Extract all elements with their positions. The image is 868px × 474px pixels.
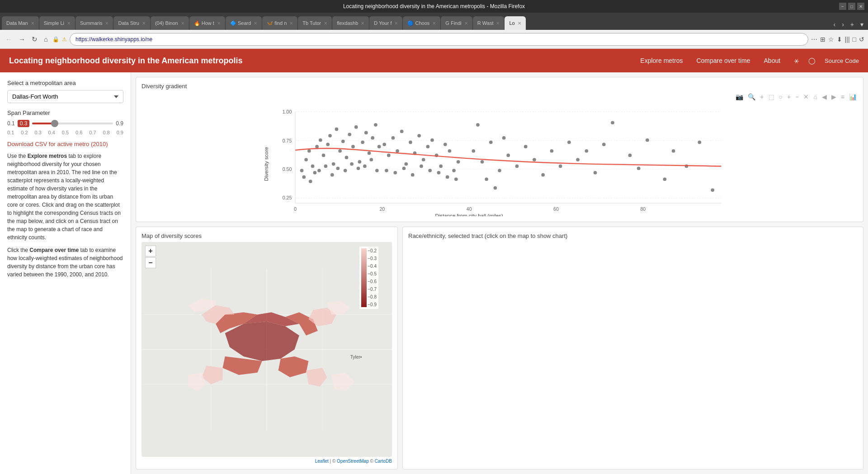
tab-close-icon[interactable]: ✕	[361, 21, 364, 26]
map-zoom-out-button[interactable]: −	[145, 257, 156, 268]
tab-search[interactable]: 🔷 Seard✕	[226, 16, 262, 30]
chart-add-button[interactable]: +	[759, 92, 764, 101]
chart-toggle-button[interactable]: ≡	[840, 92, 845, 101]
svg-point-56	[396, 149, 399, 153]
tab-forward-button[interactable]: ›	[839, 19, 847, 30]
tab-binon[interactable]: (04) Binon✕	[151, 16, 189, 30]
chart-zoom-out-button[interactable]: −	[794, 92, 800, 101]
tab-label: R Wast	[477, 20, 494, 26]
chart-type-button[interactable]: 📊	[848, 92, 858, 101]
tab-data-man[interactable]: Data Man✕	[2, 16, 39, 30]
tab-choose[interactable]: 🔵 Choos✕	[403, 16, 440, 30]
tab-close-icon[interactable]: ✕	[254, 21, 257, 26]
tab-waste[interactable]: R Wast✕	[473, 16, 505, 30]
map-zoom-in-button[interactable]: +	[145, 246, 156, 256]
tab-close-icon[interactable]: ✕	[289, 21, 293, 26]
chart-camera-button[interactable]: 📷	[735, 92, 744, 101]
tab-close-icon[interactable]: ✕	[142, 21, 146, 26]
bookmark-icon[interactable]: ☆	[828, 36, 834, 43]
tab-back-button[interactable]: ‹	[830, 19, 838, 30]
leaflet-link[interactable]: Leaflet	[315, 459, 329, 464]
chart-select-button[interactable]: ⬚	[768, 92, 775, 101]
svg-point-64	[430, 138, 434, 142]
svg-point-101	[628, 154, 632, 157]
slider-container[interactable]	[32, 119, 113, 128]
tab-close-icon[interactable]: ✕	[432, 21, 436, 26]
chart-lasso-button[interactable]: ○	[778, 92, 783, 101]
tab-close-icon[interactable]: ✕	[31, 21, 34, 26]
new-tab-button[interactable]: +	[848, 19, 857, 30]
metro-select[interactable]: Dallas-Fort Worth New York Los Angeles C…	[7, 90, 123, 103]
chart-home-button[interactable]: ⌂	[812, 92, 818, 101]
tab-close-icon[interactable]: ✕	[324, 21, 327, 26]
tab-close-icon[interactable]: ✕	[464, 21, 468, 26]
tab-flexdash[interactable]: flexdashb✕	[332, 16, 369, 30]
svg-point-16	[300, 169, 304, 172]
home-button[interactable]: ⌂	[42, 34, 50, 44]
tab-how[interactable]: 🔥 How t✕	[189, 16, 225, 30]
library-icon[interactable]: |||	[845, 36, 850, 43]
download-icon[interactable]: ⬇	[837, 36, 842, 43]
tab-close-icon[interactable]: ✕	[181, 21, 184, 26]
attribution-separator: | ©	[330, 459, 337, 464]
nav-explore[interactable]: Explore metros	[640, 57, 683, 64]
tab-close-icon[interactable]: ✕	[67, 21, 71, 26]
tab-data-stru[interactable]: Data Stru✕	[113, 16, 150, 30]
source-code-link[interactable]: Source Code	[825, 57, 859, 64]
nav-compare[interactable]: Compare over time	[696, 57, 750, 64]
address-input[interactable]	[70, 33, 808, 46]
translate-icon[interactable]: ↺	[859, 36, 864, 43]
tab-close-icon[interactable]: ✕	[217, 21, 221, 26]
carto-link[interactable]: CartoDB	[375, 459, 392, 464]
span-param-label: Span Parameter	[7, 109, 123, 116]
sidebar-description-2: Click the Compare over time tab to exami…	[7, 246, 123, 279]
tab-summaris[interactable]: Summaris✕	[75, 16, 113, 30]
maximize-button[interactable]: □	[848, 3, 855, 10]
map-container[interactable]: + −	[142, 242, 392, 457]
svg-point-76	[428, 169, 432, 172]
tab-simple-li[interactable]: Simple Li✕	[39, 16, 75, 30]
osm-link[interactable]: OpenStreetMap	[337, 459, 369, 464]
tab-finding[interactable]: G Findi✕	[441, 16, 472, 30]
svg-point-85	[515, 165, 519, 168]
content-area: Diversity gradient 📷 🔍 + ⬚ ○ + − ✕ ⌂ ◀ ▶…	[131, 72, 868, 474]
svg-point-68	[448, 149, 452, 153]
screenshot-icon[interactable]: □	[853, 36, 856, 43]
legend-val-2: −0.3	[368, 256, 377, 261]
bottom-panels: Map of diversity scores + −	[136, 227, 863, 469]
slider-thumb[interactable]	[51, 120, 58, 127]
pocket-icon[interactable]: ⊞	[820, 36, 826, 43]
svg-point-49	[357, 166, 360, 170]
chart-back-button[interactable]: ◀	[821, 92, 828, 101]
chart-zoom-button[interactable]: 🔍	[747, 92, 756, 101]
window-controls[interactable]: − □ ✕	[839, 3, 864, 10]
share-icon[interactable]: ⚹	[794, 57, 799, 65]
tab-close-icon[interactable]: ✕	[496, 21, 500, 26]
chart-forward-button[interactable]: ▶	[830, 92, 837, 101]
nav-about[interactable]: About	[764, 57, 781, 64]
explore-metros-emphasis: Explore metros	[28, 153, 67, 159]
svg-text:Distance from city hall (miles: Distance from city hall (miles)	[435, 213, 504, 216]
tab-tutor[interactable]: Tb Tutor✕	[298, 16, 332, 30]
minimize-button[interactable]: −	[839, 3, 846, 10]
scatter-container[interactable]: Diversity score 1.00 0.75 0.50 0.25 0	[142, 103, 858, 216]
forward-button[interactable]: →	[17, 34, 27, 44]
tab-close-icon[interactable]: ✕	[394, 21, 398, 26]
tab-close-icon[interactable]: ✕	[105, 21, 108, 26]
reload-button[interactable]: ↻	[30, 34, 39, 44]
back-button[interactable]: ←	[4, 34, 14, 44]
tab-active[interactable]: Lo✕	[505, 16, 525, 30]
tab-close-icon[interactable]: ✕	[518, 21, 521, 26]
tick-09: 0.9	[117, 130, 123, 135]
tab-menu-button[interactable]: ▾	[858, 19, 866, 30]
tab-your[interactable]: D Your f✕	[369, 16, 402, 30]
chart-reset-button[interactable]: ✕	[802, 92, 810, 101]
menu-icon[interactable]: ⋯	[811, 36, 817, 43]
download-csv-link[interactable]: Download CSV for active metro (2010)	[7, 141, 123, 147]
race-panel: Race/ethnicity, selected tract (click on…	[402, 227, 863, 469]
close-button[interactable]: ✕	[857, 3, 864, 10]
diversity-chart-panel: Diversity gradient 📷 🔍 + ⬚ ○ + − ✕ ⌂ ◀ ▶…	[136, 77, 863, 222]
attribution-separator2: ©	[370, 459, 374, 464]
tab-find[interactable]: 🦋 find n✕	[262, 16, 297, 30]
chart-zoom-in-button[interactable]: +	[786, 92, 792, 101]
